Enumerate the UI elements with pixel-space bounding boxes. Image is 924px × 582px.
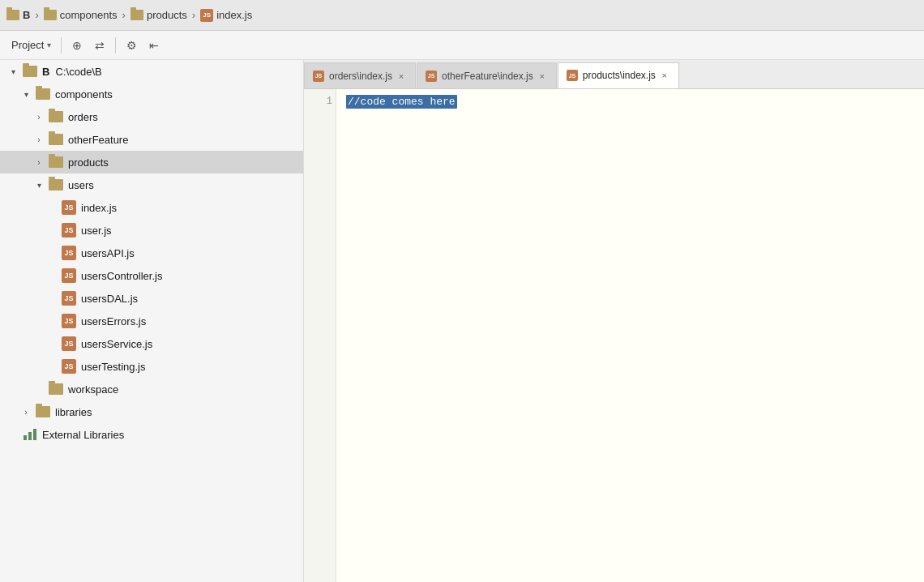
settings-button[interactable]: ⚙: [121, 35, 142, 56]
folder-icon-users: [49, 179, 63, 190]
breadcrumb-sep-2: ›: [122, 9, 126, 21]
chevron-products: [32, 156, 45, 169]
editor-content[interactable]: 1 //code comes here: [304, 89, 924, 582]
breadcrumb-products[interactable]: products: [147, 9, 187, 21]
tab-otherFeature[interactable]: otherFeature\index.js ×: [417, 62, 557, 88]
scope-button[interactable]: ⊕: [66, 35, 88, 56]
editor-area: orders\index.js × otherFeature\index.js …: [304, 60, 924, 582]
folder-icon-components: [36, 88, 50, 100]
code-line-1: //code comes here: [346, 95, 457, 109]
tree-item-workspace[interactable]: workspace: [0, 378, 303, 400]
tab-products-close[interactable]: ×: [659, 70, 670, 81]
tree-label-workspace: workspace: [68, 383, 118, 396]
tab-otherFeature-label: otherFeature\index.js: [442, 71, 533, 82]
toolbar-separator-2: [115, 37, 116, 53]
folder-icon-libraries: [36, 406, 50, 417]
project-label: Project: [11, 39, 44, 51]
tree-item-products[interactable]: products: [0, 151, 303, 173]
folder-icon: [130, 10, 143, 20]
js-icon-tab-other: [426, 71, 437, 82]
tree-item-user-js[interactable]: user.js: [0, 219, 303, 242]
chevron-otherFeature: [32, 133, 45, 146]
js-icon-usersErrors: [62, 314, 76, 328]
folder-icon-products: [49, 156, 63, 168]
js-icon-usersService: [62, 336, 76, 351]
tree-label-user-js: user.js: [81, 225, 112, 237]
js-icon-user: [62, 223, 76, 238]
tree-item-index-js[interactable]: index.js: [0, 196, 303, 219]
tree-label-usersAPI-js: usersAPI.js: [81, 247, 135, 259]
tree-item-users[interactable]: users: [0, 173, 303, 196]
folder-icon: [6, 10, 19, 20]
breadcrumb-sep-1: ›: [35, 9, 38, 21]
js-icon-userTesting: [62, 359, 76, 374]
bar-chart-icon: [23, 427, 37, 442]
tree-item-libraries[interactable]: libraries: [0, 400, 303, 423]
tree-label-usersErrors-js: usersErrors.js: [81, 315, 146, 327]
breadcrumb-components[interactable]: components: [60, 9, 118, 21]
tree-label-otherFeature: otherFeature: [68, 134, 128, 146]
tree-item-usersErrors-js[interactable]: usersErrors.js: [0, 310, 303, 332]
tree-item-orders[interactable]: orders: [0, 105, 303, 128]
breadcrumb-root[interactable]: B: [23, 9, 30, 21]
folder-icon-root: [23, 66, 37, 77]
tree-item-userTesting-js[interactable]: userTesting.js: [0, 355, 303, 378]
tree-item-usersAPI-js[interactable]: usersAPI.js: [0, 242, 303, 264]
toolbar: Project ▾ ⊕ ⇄ ⚙ ⇤: [0, 31, 924, 60]
tree-label-users: users: [68, 179, 94, 191]
tree-label-libraries: libraries: [55, 406, 92, 418]
folder-icon-orders: [49, 111, 63, 122]
breadcrumb-file[interactable]: index.js: [216, 9, 252, 21]
chevron-libraries: [19, 405, 32, 418]
folder-icon-otherFeature: [49, 134, 63, 145]
tree-label-products: products: [68, 156, 109, 169]
js-icon: JS: [200, 9, 213, 22]
options-button[interactable]: ⇄: [89, 35, 110, 56]
folder-icon-workspace: [49, 383, 63, 395]
tab-products[interactable]: products\index.js ×: [558, 62, 679, 88]
project-dropdown[interactable]: Project ▾: [6, 36, 56, 53]
tree-item-components[interactable]: components: [0, 83, 303, 105]
chevron-users: [32, 178, 45, 191]
code-editor[interactable]: //code comes here: [336, 89, 924, 582]
tree-label-usersController-js: usersController.js: [81, 270, 162, 282]
tab-bar: orders\index.js × otherFeature\index.js …: [304, 60, 924, 89]
tree-item-otherFeature[interactable]: otherFeature: [0, 128, 303, 151]
chevron-root: [6, 65, 19, 78]
tree-label-external-libraries: External Libraries: [42, 429, 124, 441]
tab-orders-close[interactable]: ×: [396, 71, 407, 82]
chevron-components: [19, 88, 32, 101]
breadcrumb-sep-3: ›: [192, 9, 195, 21]
tree-label-usersService-js: usersService.js: [81, 338, 152, 350]
main-area: Project ▾ ⊕ ⇄ ⚙ ⇤ B C:\code\B components: [0, 31, 924, 582]
tree-root[interactable]: B C:\code\B: [0, 60, 303, 83]
tree-label-userTesting-js: userTesting.js: [81, 361, 145, 373]
js-icon-usersDAL: [62, 291, 76, 306]
js-icon-usersController: [62, 268, 76, 283]
tree-root-label: B C:\code\B: [42, 66, 102, 78]
dropdown-arrow: ▾: [47, 41, 51, 49]
js-icon-tab-products: [567, 70, 578, 81]
tree-item-usersService-js[interactable]: usersService.js: [0, 332, 303, 355]
tab-products-label: products\index.js: [583, 70, 656, 81]
tree-item-usersController-js[interactable]: usersController.js: [0, 264, 303, 287]
file-tree: B C:\code\B components orders otherFeatu…: [0, 60, 304, 582]
tree-label-components: components: [55, 88, 113, 101]
tree-item-usersDAL-js[interactable]: usersDAL.js: [0, 287, 303, 310]
breadcrumb: B › components › products › JS index.js: [0, 0, 924, 31]
collapse-button[interactable]: ⇤: [143, 35, 165, 56]
tab-orders[interactable]: orders\index.js ×: [304, 62, 416, 88]
line-number-1: 1: [307, 96, 332, 107]
toolbar-separator-1: [61, 37, 62, 53]
tree-label-index-js: index.js: [81, 202, 117, 214]
folder-icon: [44, 10, 57, 20]
content-row: B C:\code\B components orders otherFeatu…: [0, 60, 924, 582]
js-icon-index: [62, 200, 76, 215]
line-numbers: 1: [304, 89, 336, 582]
tree-label-orders: orders: [68, 111, 98, 123]
tab-otherFeature-close[interactable]: ×: [537, 71, 548, 82]
tree-label-usersDAL-js: usersDAL.js: [81, 293, 138, 305]
tree-item-external-libraries[interactable]: External Libraries: [0, 423, 303, 446]
tab-orders-label: orders\index.js: [329, 71, 392, 82]
js-icon-tab-orders: [313, 71, 324, 82]
